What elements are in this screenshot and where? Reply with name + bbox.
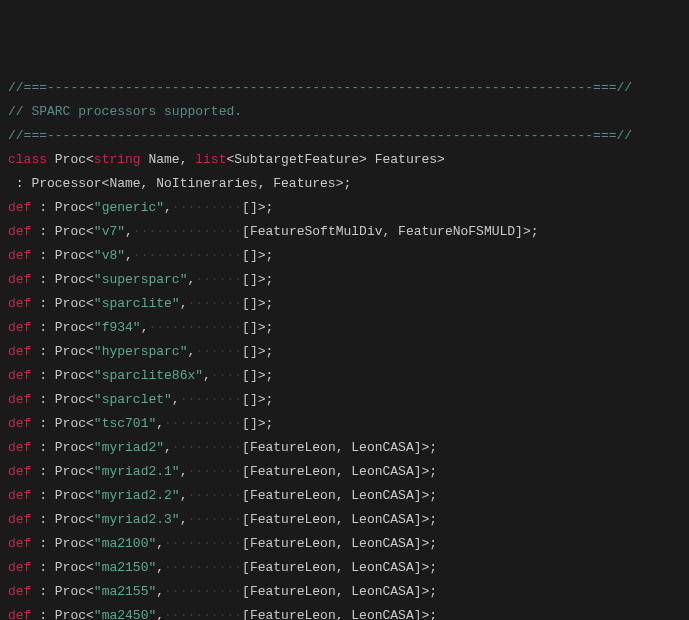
proc-name: "myriad2.2" <box>94 488 180 503</box>
keyword-def: def <box>8 464 31 479</box>
def-line-sparclite86x: def : Proc<"sparclite86x",····[]>; <box>8 364 681 388</box>
keyword-def: def <box>8 440 31 455</box>
proc-features: [FeatureLeon, LeonCASA] <box>242 440 421 455</box>
keyword-def: def <box>8 248 31 263</box>
keyword-list: list <box>195 152 226 167</box>
proc-name: "myriad2.3" <box>94 512 180 527</box>
header-title: // SPARC processors supported. <box>8 100 681 124</box>
whitespace-dots: ·············· <box>133 248 242 263</box>
whitespace-dots: ········ <box>180 392 242 407</box>
proc-features: [] <box>242 344 258 359</box>
proc-features: [FeatureLeon, LeonCASA] <box>242 464 421 479</box>
keyword-def: def <box>8 560 31 575</box>
proc-features: [FeatureLeon, LeonCASA] <box>242 488 421 503</box>
proc-features: [FeatureLeon, LeonCASA] <box>242 608 421 620</box>
proc-name: "generic" <box>94 200 164 215</box>
def-line-ma2450: def : Proc<"ma2450",··········[FeatureLe… <box>8 604 681 620</box>
proc-features: [FeatureLeon, LeonCASA] <box>242 536 421 551</box>
keyword-def: def <box>8 368 31 383</box>
code-block: //===-----------------------------------… <box>8 76 681 620</box>
def-line-myriad2.1: def : Proc<"myriad2.1",·······[FeatureLe… <box>8 460 681 484</box>
def-line-f934: def : Proc<"f934",············[]>; <box>8 316 681 340</box>
proc-name: "ma2450" <box>94 608 156 620</box>
keyword-def: def <box>8 392 31 407</box>
whitespace-dots: ········· <box>172 440 242 455</box>
def-line-myriad2.3: def : Proc<"myriad2.3",·······[FeatureLe… <box>8 508 681 532</box>
whitespace-dots: ············ <box>148 320 242 335</box>
proc-name: "hypersparc" <box>94 344 188 359</box>
proc-features: [] <box>242 368 258 383</box>
proc-features: [] <box>242 200 258 215</box>
whitespace-dots: ·········· <box>164 608 242 620</box>
def-line-supersparc: def : Proc<"supersparc",······[]>; <box>8 268 681 292</box>
proc-name: "supersparc" <box>94 272 188 287</box>
def-line-sparclet: def : Proc<"sparclet",········[]>; <box>8 388 681 412</box>
whitespace-dots: ······· <box>187 488 242 503</box>
keyword-def: def <box>8 272 31 287</box>
comment-title: // SPARC processors supported. <box>8 104 242 119</box>
def-line-sparclite: def : Proc<"sparclite",·······[]>; <box>8 292 681 316</box>
proc-name: "ma2155" <box>94 584 156 599</box>
keyword-def: def <box>8 200 31 215</box>
keyword-def: def <box>8 608 31 620</box>
proc-name: "myriad2" <box>94 440 164 455</box>
proc-name: "sparclet" <box>94 392 172 407</box>
def-line-ma2100: def : Proc<"ma2100",··········[FeatureLe… <box>8 532 681 556</box>
proc-features: [] <box>242 392 258 407</box>
keyword-def: def <box>8 224 31 239</box>
proc-name: "tsc701" <box>94 416 156 431</box>
whitespace-dots: ······ <box>195 344 242 359</box>
keyword-def: def <box>8 512 31 527</box>
def-line-ma2155: def : Proc<"ma2155",··········[FeatureLe… <box>8 580 681 604</box>
proc-name: "sparclite86x" <box>94 368 203 383</box>
keyword-def: def <box>8 320 31 335</box>
def-line-ma2150: def : Proc<"ma2150",··········[FeatureLe… <box>8 556 681 580</box>
whitespace-dots: ······· <box>187 296 242 311</box>
keyword-def: def <box>8 344 31 359</box>
class-decl-line1: class Proc<string Name, list<SubtargetFe… <box>8 148 681 172</box>
whitespace-dots: ······ <box>195 272 242 287</box>
keyword-def: def <box>8 296 31 311</box>
comment-separator: //===-----------------------------------… <box>8 128 632 143</box>
proc-features: [FeatureLeon, LeonCASA] <box>242 584 421 599</box>
proc-name: "f934" <box>94 320 141 335</box>
header-sep-bottom: //===-----------------------------------… <box>8 124 681 148</box>
whitespace-dots: ·········· <box>164 416 242 431</box>
def-line-v8: def : Proc<"v8",··············[]>; <box>8 244 681 268</box>
proc-features: [FeatureLeon, LeonCASA] <box>242 560 421 575</box>
whitespace-dots: ···· <box>211 368 242 383</box>
proc-name: "v8" <box>94 248 125 263</box>
comment-separator: //===-----------------------------------… <box>8 80 632 95</box>
def-line-tsc701: def : Proc<"tsc701",··········[]>; <box>8 412 681 436</box>
whitespace-dots: ·········· <box>164 536 242 551</box>
proc-features: [] <box>242 296 258 311</box>
def-line-generic: def : Proc<"generic",·········[]>; <box>8 196 681 220</box>
whitespace-dots: ········· <box>172 200 242 215</box>
keyword-string: string <box>94 152 141 167</box>
whitespace-dots: ·········· <box>164 560 242 575</box>
proc-features: [] <box>242 272 258 287</box>
proc-name: "myriad2.1" <box>94 464 180 479</box>
def-line-myriad2.2: def : Proc<"myriad2.2",·······[FeatureLe… <box>8 484 681 508</box>
def-line-v7: def : Proc<"v7",··············[FeatureSo… <box>8 220 681 244</box>
whitespace-dots: ······· <box>187 464 242 479</box>
keyword-def: def <box>8 488 31 503</box>
header-sep-top: //===-----------------------------------… <box>8 76 681 100</box>
proc-name: "v7" <box>94 224 125 239</box>
def-line-hypersparc: def : Proc<"hypersparc",······[]>; <box>8 340 681 364</box>
proc-features: [] <box>242 248 258 263</box>
keyword-def: def <box>8 416 31 431</box>
whitespace-dots: ······· <box>187 512 242 527</box>
proc-name: "ma2100" <box>94 536 156 551</box>
whitespace-dots: ·········· <box>164 584 242 599</box>
def-line-myriad2: def : Proc<"myriad2",·········[FeatureLe… <box>8 436 681 460</box>
keyword-def: def <box>8 584 31 599</box>
proc-features: [FeatureSoftMulDiv, FeatureNoFSMULD] <box>242 224 523 239</box>
proc-name: "ma2150" <box>94 560 156 575</box>
proc-name: "sparclite" <box>94 296 180 311</box>
keyword-def: def <box>8 536 31 551</box>
proc-features: [FeatureLeon, LeonCASA] <box>242 512 421 527</box>
proc-features: [] <box>242 416 258 431</box>
whitespace-dots: ·············· <box>133 224 242 239</box>
keyword-class: class <box>8 152 47 167</box>
